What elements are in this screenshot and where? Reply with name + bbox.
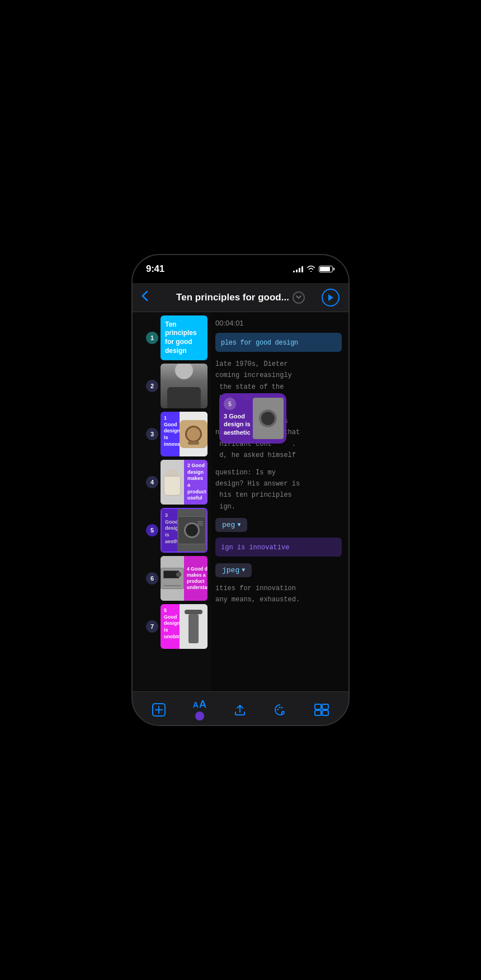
slides-panel[interactable]: 1 Ten principlesfor gooddesign 2 [133, 312, 211, 691]
slide-number-6: 6 [146, 572, 158, 585]
dropdown-2-label: jpeg [222, 566, 239, 574]
question-text: question: Is my design? His answer is hi… [215, 467, 342, 513]
svg-rect-9 [322, 710, 328, 715]
svg-rect-8 [315, 710, 321, 715]
bottom-toolbar: A A [133, 691, 348, 726]
slide-number-7: 7 [146, 620, 158, 633]
text-style-button[interactable]: A A [188, 698, 211, 722]
slide-number-4: 4 [146, 476, 158, 488]
code-block-2: ign is innovative [215, 538, 342, 557]
tooltip-image [253, 398, 284, 439]
slide-item-6[interactable]: 6 4 Good designmakes aproductunderstanda… [146, 556, 208, 601]
dropdown-1[interactable]: peg ▼ [215, 518, 247, 532]
slide-thumb-6[interactable]: 4 Good designmakes aproductunderstandabl… [161, 556, 208, 601]
media-button[interactable] [310, 701, 333, 718]
nav-dropdown-button[interactable] [293, 291, 305, 304]
code-block-1: ples for good design [215, 333, 342, 352]
slide-item-1[interactable]: 1 Ten principlesfor gooddesign [146, 315, 208, 360]
svg-point-4 [279, 706, 281, 708]
body-text-2: ities for innovation any means, exhauste… [215, 583, 342, 606]
slide5-text: 3 Gooddesign isaesthetic [165, 512, 174, 545]
text-panel: 00:04:01 ples for good design late 1970s… [211, 312, 348, 691]
timestamp: 00:04:01 [215, 319, 342, 327]
dropdown-1-label: peg [222, 521, 235, 529]
slide-item-7[interactable]: 7 5 Gooddesign isunobtrusive [146, 604, 208, 649]
phone-frame: 9:41 Ten principles for good... [131, 254, 350, 726]
slide-item-2[interactable]: 2 [146, 364, 208, 408]
text-style-color-dot [195, 712, 204, 720]
status-time: 9:41 [146, 263, 164, 275]
code-text-1: ples for good design [221, 339, 298, 347]
slide3-text: 1 Gooddesign isinnovative [164, 415, 176, 447]
nav-title-area: Ten principles for good... [159, 291, 322, 304]
status-bar: 9:41 [133, 255, 348, 283]
slide-thumb-3[interactable]: 1 Gooddesign isinnovative [161, 412, 208, 456]
nav-bar: Ten principles for good... [133, 283, 348, 312]
dropdown-1-arrow: ▼ [237, 522, 240, 528]
slide-thumb-7[interactable]: 5 Gooddesign isunobtrusive [161, 604, 208, 649]
slide-number-5: 5 [146, 524, 158, 536]
slide-thumb-5[interactable]: 3 Gooddesign isaesthetic [161, 508, 208, 553]
svg-point-5 [281, 706, 283, 708]
dropdown-2-arrow: ▼ [242, 567, 245, 573]
svg-rect-6 [315, 704, 321, 709]
svg-rect-7 [322, 704, 328, 709]
play-button[interactable] [322, 289, 339, 307]
share-button[interactable] [229, 701, 251, 719]
dropdown-row-1: peg ▼ [215, 518, 342, 532]
signal-icon [293, 266, 303, 272]
battery-icon [319, 266, 333, 272]
tooltip-title: 3 Gooddesign isaesthetic [224, 412, 251, 436]
tooltip-number: 5 [224, 398, 236, 410]
slide-item-4[interactable]: 4 2 Gooddesignmakes aproductuseful [146, 460, 208, 505]
slide7-text: 5 Gooddesign isunobtrusive [164, 607, 176, 640]
tooltip-overlay: 5 3 Gooddesign isaesthetic [219, 393, 286, 444]
slide-item-5[interactable]: 5 3 Gooddesign isaesthetic [146, 508, 208, 553]
status-icons [293, 265, 333, 274]
slide-number-2: 2 [146, 380, 158, 392]
palette-button[interactable] [269, 701, 291, 719]
slide-thumb-2[interactable] [161, 364, 208, 408]
slide-thumb-1[interactable]: Ten principlesfor gooddesign [161, 315, 208, 360]
code-text-2: ign is innovative [221, 544, 289, 552]
tooltip-popup: 5 3 Gooddesign isaesthetic [219, 393, 286, 444]
add-button[interactable] [148, 701, 170, 719]
nav-title: Ten principles for good... [176, 292, 289, 303]
slide-number-3: 3 [146, 428, 158, 440]
svg-point-3 [277, 709, 279, 710]
slide1-text: Ten principlesfor gooddesign [165, 321, 203, 355]
slide6-text: 4 Good designmakes aproductunderstandabl… [187, 566, 208, 591]
dropdown-2[interactable]: jpeg ▼ [215, 563, 252, 577]
slide4-text: 2 Gooddesignmakes aproductuseful [187, 463, 206, 502]
back-button[interactable] [142, 290, 159, 304]
slide-number-1: 1 [146, 332, 158, 344]
slide-item-3[interactable]: 3 1 Gooddesign isinnovative [146, 412, 208, 456]
dropdown-row-2: jpeg ▼ [215, 563, 342, 577]
main-content: 1 Ten principlesfor gooddesign 2 [133, 312, 348, 691]
wifi-icon [306, 265, 315, 274]
slide-thumb-4[interactable]: 2 Gooddesignmakes aproductuseful [161, 460, 208, 505]
